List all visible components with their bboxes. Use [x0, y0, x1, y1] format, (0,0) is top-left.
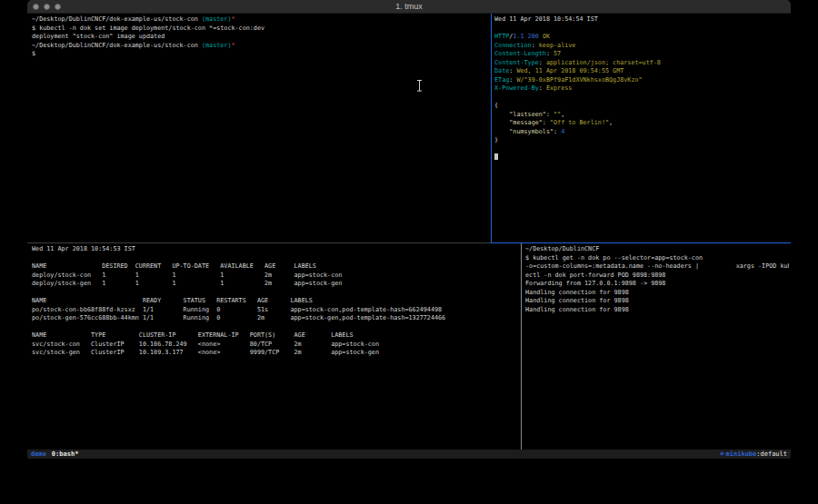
text-segment: (master) [202, 15, 232, 23]
terminal-line: Wed 11 Apr 2018 10:54:54 IST [494, 15, 789, 25]
terminal-line: ETag: W/"39-0xBPf9aF1dXVNkhsxoBQgJ8vKzo" [494, 76, 789, 85]
text-segment: svc/stock-con ClusterIP 10.106.78.249 <n… [32, 341, 379, 348]
text-segment: X-Powered-By [494, 84, 539, 92]
text-segment: Wed, 11 Apr 2018 09:54:55 GMT [513, 67, 623, 74]
text-segment: Wed 11 Apr 2018 10:54:54 IST [494, 15, 598, 23]
window-title: 1. tmux [395, 2, 423, 11]
text-segment: 200 [528, 33, 539, 40]
text-segment: : [543, 119, 550, 126]
pane-bottom-left[interactable]: Wed 11 Apr 2018 10:54:53 IST NAME DESIRE… [32, 245, 519, 448]
text-segment: 4 [561, 128, 564, 135]
terminal-line: Content-Type: application/json; charset=… [494, 59, 789, 68]
terminal-line: ~/Desktop/DublinCNCF [525, 245, 789, 254]
minimize-button[interactable] [44, 4, 50, 10]
terminal-line: Content-Length: 57 [494, 50, 789, 59]
text-segment: "Off to Berlin!" [550, 119, 609, 126]
text-segment: "" [554, 111, 561, 118]
tmux-window-label[interactable]: 0:bash* [52, 450, 79, 459]
terminal-line: NAME TYPE CLUSTER-IP EXTERNAL-IP PORT(S)… [32, 331, 519, 341]
terminal-line: $ kubectl -n dok set image deployment/st… [32, 25, 491, 34]
text-segment: ~/Desktop/DublinCNCF/dok-example-us/stoc… [32, 15, 202, 23]
pane-top-left[interactable]: ~/Desktop/DublinCNCF/dok-example-us/stoc… [32, 15, 491, 242]
text-segment: Handling connection for 9898 [525, 306, 629, 313]
text-segment: * [231, 15, 234, 23]
terminal-line: po/stock-con-bb68f88fd-kzsxz 1/1 Running… [32, 306, 519, 315]
terminal-line: Handling connection for 9898 [525, 297, 789, 306]
text-segment: (master) [202, 42, 232, 49]
terminal-line: NAME READY STATUS RESTARTS AGE LABELS [32, 297, 519, 306]
tmux-status-bar: demo 0:bash* ☸ minikube :default [27, 450, 791, 459]
window-titlebar[interactable]: 1. tmux [27, 0, 791, 14]
pane-divider-horizontal-right[interactable] [491, 242, 791, 243]
text-segment: : [554, 128, 561, 135]
text-segment: Wed 11 Apr 2018 10:54:53 IST [32, 245, 135, 252]
text-segment: Express [543, 84, 573, 92]
text-segment: ectl -n dok port-forward POD 9898:9898 [525, 272, 665, 279]
text-segment: Content-Type [494, 59, 539, 66]
text-segment: keep-alive [535, 42, 576, 49]
text-segment: W/"39-0xBPf9aF1dXVNkhsxoBQgJ8vKzo" [513, 76, 642, 84]
terminal-line: -o=custom-columns=:metadata.name --no-he… [525, 262, 789, 272]
text-segment: } [494, 136, 498, 143]
text-segment: po/stock-gen-576cc688bb-44kmn 1/1 Runnin… [32, 314, 445, 321]
text-segment: $ kubectl get -n dok po --selector=app=s… [525, 254, 703, 262]
terminal-line: $ [32, 50, 491, 59]
terminal-line [494, 153, 789, 163]
text-segment: Handling connection for 9898 [525, 297, 629, 304]
text-segment: 57 [550, 50, 561, 57]
pane-divider-horizontal-left[interactable] [27, 242, 491, 243]
zoom-button[interactable] [55, 4, 61, 10]
desktop-background: 1. tmux ~/Desktop/DublinCNCF/dok-example… [0, 0, 818, 504]
text-segment: "lastseen" [509, 111, 546, 118]
terminal-line: svc/stock-gen ClusterIP 10.109.3.177 <no… [32, 349, 519, 358]
kubernetes-icon: ☸ [720, 450, 723, 459]
text-segment: "message" [509, 119, 543, 126]
text-segment: OK [543, 33, 550, 40]
terminal-line: ~/Desktop/DublinCNCF/dok-example-us/stoc… [32, 42, 491, 51]
terminal-line: deploy/stock-gen 1 1 1 1 2m app=stock-ge… [32, 280, 519, 289]
terminal-line: Handling connection for 9898 [525, 289, 789, 298]
text-segment: Handling connection for 9898 [525, 289, 629, 296]
close-button[interactable] [33, 4, 39, 10]
terminal-line: Forwarding from 127.0.0.1:9898 -> 9898 [525, 280, 789, 289]
terminal-line [494, 94, 789, 103]
terminal-line: ~/Desktop/DublinCNCF/dok-example-us/stoc… [32, 15, 491, 25]
text-segment [494, 119, 509, 126]
terminal-line: "lastseen": "", [494, 111, 789, 120]
pane-divider-vertical-bottom[interactable] [521, 243, 522, 450]
text-segment: { [494, 102, 498, 109]
text-segment: NAME READY STATUS RESTARTS AGE LABELS [32, 297, 313, 304]
terminal-line: { [494, 102, 789, 111]
terminal-line: po/stock-gen-576cc688bb-44kmn 1/1 Runnin… [32, 314, 519, 323]
text-segment: Connection [494, 42, 532, 49]
terminal-line: Date: Wed, 11 Apr 2018 09:54:55 GMT [494, 67, 789, 76]
text-segment: "numsymbols" [509, 128, 554, 135]
text-segment: Content-Length [494, 50, 546, 57]
text-segment: * [231, 42, 234, 49]
pane-top-right[interactable]: Wed 11 Apr 2018 10:54:54 IST HTTP/1.1 20… [494, 15, 789, 242]
text-segment: -o=custom-columns=:metadata.name --no-he… [525, 262, 789, 270]
text-segment: $ kubectl -n dok set image deployment/st… [32, 25, 264, 32]
text-segment: deployment "stock-con" image updated [32, 33, 165, 40]
terminal-line: ectl -n dok port-forward POD 9898:9898 [525, 272, 789, 281]
text-cursor-icon [416, 79, 423, 92]
terminal-line: "message": "Off to Berlin!", [494, 119, 789, 128]
pane-bottom-right[interactable]: ~/Desktop/DublinCNCF$ kubectl get -n dok… [525, 245, 789, 448]
text-segment: Date [494, 67, 509, 74]
terminal-line: deploy/stock-con 1 1 1 1 2m app=stock-co… [32, 272, 519, 281]
text-segment: application/json; charset=utf-8 [543, 59, 661, 66]
text-segment [494, 111, 509, 118]
text-segment: po/stock-con-bb68f88fd-kzsxz 1/1 Running… [32, 306, 442, 313]
terminal-window: 1. tmux ~/Desktop/DublinCNCF/dok-example… [27, 0, 791, 460]
terminal-line: } [494, 136, 789, 145]
text-segment: $ [32, 50, 35, 57]
terminal-line: deployment "stock-con" image updated [32, 33, 491, 42]
terminal-line: $ kubectl get -n dok po --selector=app=s… [525, 254, 789, 263]
block-cursor [494, 153, 498, 160]
pane-divider-vertical-top[interactable] [491, 14, 492, 242]
text-segment: NAME DESIRED CURRENT UP-TO-DATE AVAILABL… [32, 262, 316, 270]
terminal-line: X-Powered-By: Express [494, 84, 789, 94]
terminal-line: Handling connection for 9898 [525, 306, 789, 315]
status-bar-right: ☸ minikube :default [720, 450, 787, 459]
terminal-line [494, 145, 789, 154]
